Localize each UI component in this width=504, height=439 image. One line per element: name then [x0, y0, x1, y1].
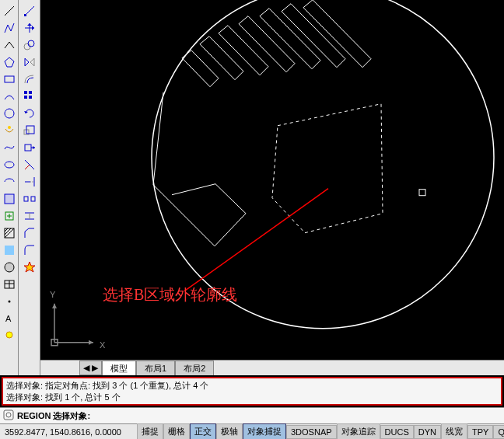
tool-rev[interactable] — [2, 123, 17, 138]
tool-mirror[interactable] — [22, 54, 37, 70]
ucs-x-label: X — [100, 340, 106, 350]
tool-rotate[interactable] — [22, 106, 37, 121]
svg-line-57 — [184, 189, 328, 291]
status-ducs[interactable]: DUCS — [380, 425, 414, 439]
tool-earc[interactable] — [2, 174, 17, 190]
status-3dosnap[interactable]: 3DOSNAP — [286, 425, 337, 439]
status-snap[interactable]: 捕捉 — [137, 423, 163, 439]
tool-block[interactable] — [2, 191, 17, 207]
svg-point-6 — [8, 126, 11, 129]
tool-spline[interactable] — [2, 140, 17, 155]
cmd-line: 选择对象: 指定对角点: 找到 3 个 (1 个重复), 总计 4 个 — [6, 380, 498, 391]
tool-fillet[interactable] — [22, 242, 37, 258]
tab-layout1[interactable]: 布局1 — [136, 361, 175, 376]
status-dyn[interactable]: DYN — [414, 425, 441, 439]
svg-point-30 — [24, 44, 30, 50]
svg-point-7 — [5, 162, 14, 168]
svg-rect-35 — [29, 91, 32, 94]
svg-rect-37 — [29, 96, 32, 99]
svg-point-64 — [6, 413, 11, 417]
tool-hatch[interactable] — [2, 225, 17, 241]
status-polar[interactable]: 极轴 — [216, 423, 243, 439]
svg-line-1 — [5, 42, 9, 48]
svg-rect-36 — [24, 96, 27, 99]
tool-line2[interactable] — [22, 3, 37, 19]
cmd-line: 选择对象: 找到 1 个, 总计 5 个 — [6, 392, 498, 402]
tool-arc[interactable] — [2, 89, 17, 104]
tool-point[interactable] — [2, 294, 17, 309]
status-otrack[interactable]: 对象追踪 — [337, 423, 380, 439]
tool-extend[interactable] — [22, 174, 37, 190]
tool-circle2[interactable] — [2, 106, 17, 121]
svg-point-17 — [5, 263, 14, 272]
svg-line-0 — [5, 6, 14, 16]
svg-rect-25 — [24, 14, 26, 16]
svg-rect-41 — [25, 145, 31, 151]
draw-toolbar: A — [0, 0, 19, 375]
status-lw[interactable]: 线宽 — [441, 423, 467, 439]
svg-line-45 — [25, 165, 30, 169]
tool-offset[interactable] — [22, 71, 37, 87]
svg-marker-62 — [52, 304, 57, 308]
status-ortho[interactable]: 正交 — [190, 423, 216, 439]
status-bar: 3592.8477, 1540.8616, 0.0000 捕捉 栅格 正交 极轴… — [0, 423, 504, 439]
tool-trim[interactable] — [22, 157, 37, 172]
svg-marker-32 — [25, 58, 29, 66]
tool-scale[interactable] — [22, 123, 37, 138]
tool-array[interactable] — [22, 89, 37, 104]
tool-light[interactable] — [2, 328, 17, 343]
svg-point-23 — [6, 332, 12, 338]
drawing-canvas[interactable]: X Y 选择B区域外轮廓线 ◀ ▶ 模型 布局1 布局2 — [40, 0, 504, 375]
tool-pgon[interactable] — [2, 54, 17, 70]
svg-point-31 — [28, 40, 34, 47]
tool-copy[interactable] — [22, 37, 37, 53]
annotation-text: 选择B区域外轮廓线 — [103, 284, 237, 305]
svg-text:A: A — [5, 314, 12, 323]
svg-line-2 — [9, 42, 14, 48]
svg-marker-61 — [89, 340, 93, 345]
drawing-content: X Y — [40, 0, 504, 375]
tool-join[interactable] — [22, 208, 37, 224]
svg-rect-49 — [24, 197, 28, 201]
tool-pline[interactable] — [2, 20, 17, 36]
layout-tabbar: ◀ ▶ 模型 布局1 布局2 — [40, 360, 504, 375]
tool-stretch[interactable] — [22, 140, 37, 155]
tool-region[interactable] — [2, 260, 17, 275]
tool-insert[interactable] — [2, 208, 17, 224]
command-history: 选择对象: 指定对角点: 找到 3 个 (1 个重复), 总计 4 个 选择对象… — [2, 377, 502, 406]
svg-line-13 — [5, 228, 8, 232]
modify-toolbar — [19, 0, 40, 375]
tool-circle[interactable] — [2, 37, 17, 53]
svg-point-55 — [152, 0, 494, 329]
svg-rect-56 — [419, 190, 425, 196]
tool-ellipse[interactable] — [2, 157, 17, 172]
svg-rect-8 — [5, 194, 14, 204]
svg-rect-16 — [5, 246, 14, 255]
status-osnap[interactable]: 对象捕捉 — [243, 423, 286, 439]
cmd-icon — [3, 409, 14, 422]
tool-table[interactable] — [2, 277, 17, 292]
status-grid[interactable]: 栅格 — [163, 423, 190, 439]
tool-move[interactable] — [22, 20, 37, 36]
tool-explode[interactable] — [22, 260, 37, 275]
svg-marker-43 — [33, 146, 35, 149]
svg-marker-27 — [32, 26, 34, 30]
tab-layout2[interactable]: 布局2 — [175, 361, 214, 376]
svg-marker-29 — [27, 23, 32, 26]
status-tpy[interactable]: TPY — [467, 425, 493, 439]
tab-model[interactable]: 模型 — [102, 361, 136, 376]
svg-line-14 — [5, 228, 11, 235]
tool-line[interactable] — [2, 3, 17, 19]
tool-grad[interactable] — [2, 242, 17, 258]
cmd-prompt: REGION 选择对象: — [17, 410, 90, 422]
command-input[interactable] — [93, 411, 501, 420]
tool-chamfer[interactable] — [22, 225, 37, 241]
status-qp[interactable]: QP — [493, 425, 504, 439]
tool-mtext[interactable]: A — [2, 311, 17, 326]
ucs-y-label: Y — [50, 290, 56, 299]
svg-marker-3 — [5, 57, 14, 67]
tool-break[interactable] — [22, 191, 37, 207]
svg-rect-4 — [5, 76, 14, 82]
tool-rect[interactable] — [2, 71, 17, 87]
tab-nav-arrows[interactable]: ◀ ▶ — [79, 361, 102, 375]
